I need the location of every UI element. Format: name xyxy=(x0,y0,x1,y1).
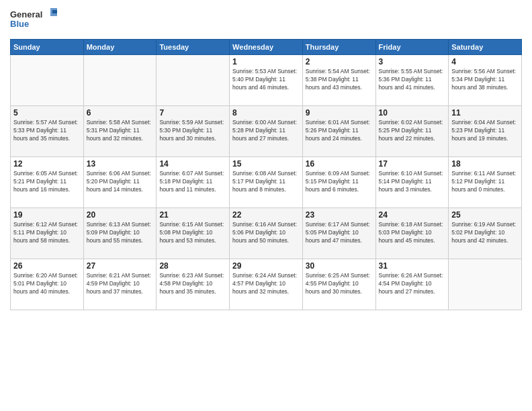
day-cell: 29Sunrise: 6:24 AM Sunset: 4:57 PM Dayli… xyxy=(230,259,303,310)
day-info: Sunrise: 5:59 AM Sunset: 5:30 PM Dayligh… xyxy=(159,119,226,143)
day-info: Sunrise: 6:08 AM Sunset: 5:17 PM Dayligh… xyxy=(232,170,300,194)
day-info: Sunrise: 5:53 AM Sunset: 5:40 PM Dayligh… xyxy=(232,68,300,92)
day-number: 21 xyxy=(159,210,226,220)
day-number: 2 xyxy=(306,57,373,66)
day-cell: 16Sunrise: 6:09 AM Sunset: 5:15 PM Dayli… xyxy=(302,157,375,208)
logo: General Blue xyxy=(10,7,57,34)
day-cell: 11Sunrise: 6:04 AM Sunset: 5:23 PM Dayli… xyxy=(449,106,522,157)
day-info: Sunrise: 6:15 AM Sunset: 5:08 PM Dayligh… xyxy=(159,221,226,245)
day-info: Sunrise: 6:11 AM Sunset: 5:12 PM Dayligh… xyxy=(451,170,519,194)
week-row-4: 26Sunrise: 6:20 AM Sunset: 5:01 PM Dayli… xyxy=(11,259,522,310)
day-cell: 3Sunrise: 5:55 AM Sunset: 5:36 PM Daylig… xyxy=(375,55,449,106)
day-cell: 31Sunrise: 6:26 AM Sunset: 4:54 PM Dayli… xyxy=(375,259,449,310)
day-info: Sunrise: 6:07 AM Sunset: 5:18 PM Dayligh… xyxy=(159,170,226,194)
day-info: Sunrise: 6:05 AM Sunset: 5:21 PM Dayligh… xyxy=(13,170,81,194)
day-info: Sunrise: 6:04 AM Sunset: 5:23 PM Dayligh… xyxy=(451,119,519,143)
day-number: 9 xyxy=(306,108,373,118)
day-cell: 14Sunrise: 6:07 AM Sunset: 5:18 PM Dayli… xyxy=(157,157,230,208)
day-info: Sunrise: 5:57 AM Sunset: 5:33 PM Dayligh… xyxy=(13,119,81,143)
day-cell: 20Sunrise: 6:13 AM Sunset: 5:09 PM Dayli… xyxy=(83,208,157,259)
col-header-thursday: Thursday xyxy=(302,40,375,55)
day-info: Sunrise: 6:02 AM Sunset: 5:25 PM Dayligh… xyxy=(379,119,446,143)
day-cell: 22Sunrise: 6:16 AM Sunset: 5:06 PM Dayli… xyxy=(230,208,303,259)
day-cell: 27Sunrise: 6:21 AM Sunset: 4:59 PM Dayli… xyxy=(83,259,157,310)
day-cell: 5Sunrise: 5:57 AM Sunset: 5:33 PM Daylig… xyxy=(11,106,84,157)
col-header-sunday: Sunday xyxy=(11,40,84,55)
day-info: Sunrise: 5:54 AM Sunset: 5:38 PM Dayligh… xyxy=(306,68,373,92)
day-cell: 7Sunrise: 5:59 AM Sunset: 5:30 PM Daylig… xyxy=(157,106,230,157)
day-number: 8 xyxy=(232,108,300,118)
day-cell: 25Sunrise: 6:19 AM Sunset: 5:02 PM Dayli… xyxy=(449,208,522,259)
day-number: 20 xyxy=(87,210,154,220)
day-number: 16 xyxy=(306,159,373,169)
day-cell xyxy=(449,259,522,310)
day-info: Sunrise: 6:21 AM Sunset: 4:59 PM Dayligh… xyxy=(87,272,154,296)
day-info: Sunrise: 6:01 AM Sunset: 5:26 PM Dayligh… xyxy=(306,119,373,143)
day-info: Sunrise: 6:10 AM Sunset: 5:14 PM Dayligh… xyxy=(379,170,446,194)
day-info: Sunrise: 6:13 AM Sunset: 5:09 PM Dayligh… xyxy=(87,221,154,245)
col-header-wednesday: Wednesday xyxy=(230,40,303,55)
day-number: 6 xyxy=(87,108,154,118)
day-cell: 21Sunrise: 6:15 AM Sunset: 5:08 PM Dayli… xyxy=(157,208,230,259)
calendar-container: General Blue SundayMondayTuesdayWednesda… xyxy=(0,0,532,411)
day-info: Sunrise: 5:56 AM Sunset: 5:34 PM Dayligh… xyxy=(451,68,519,92)
day-cell xyxy=(83,55,157,106)
day-cell: 6Sunrise: 5:58 AM Sunset: 5:31 PM Daylig… xyxy=(83,106,157,157)
day-number: 5 xyxy=(13,108,81,118)
day-info: Sunrise: 5:55 AM Sunset: 5:36 PM Dayligh… xyxy=(379,68,446,92)
day-info: Sunrise: 6:19 AM Sunset: 5:02 PM Dayligh… xyxy=(451,221,519,245)
col-header-monday: Monday xyxy=(83,40,157,55)
day-number: 4 xyxy=(451,57,519,66)
svg-text:Blue: Blue xyxy=(10,19,29,29)
day-number: 14 xyxy=(159,159,226,169)
col-header-tuesday: Tuesday xyxy=(157,40,230,55)
day-info: Sunrise: 6:25 AM Sunset: 4:55 PM Dayligh… xyxy=(306,272,373,296)
day-number: 17 xyxy=(379,159,446,169)
day-info: Sunrise: 6:06 AM Sunset: 5:20 PM Dayligh… xyxy=(87,170,154,194)
day-number: 27 xyxy=(87,261,154,271)
day-number: 10 xyxy=(379,108,446,118)
day-cell: 15Sunrise: 6:08 AM Sunset: 5:17 PM Dayli… xyxy=(230,157,303,208)
day-info: Sunrise: 6:16 AM Sunset: 5:06 PM Dayligh… xyxy=(232,221,300,245)
day-cell: 2Sunrise: 5:54 AM Sunset: 5:38 PM Daylig… xyxy=(302,55,375,106)
day-info: Sunrise: 6:17 AM Sunset: 5:05 PM Dayligh… xyxy=(306,221,373,245)
day-cell: 8Sunrise: 6:00 AM Sunset: 5:28 PM Daylig… xyxy=(230,106,303,157)
week-row-0: 1Sunrise: 5:53 AM Sunset: 5:40 PM Daylig… xyxy=(11,55,522,106)
day-info: Sunrise: 6:23 AM Sunset: 4:58 PM Dayligh… xyxy=(159,272,226,296)
day-number: 26 xyxy=(13,261,81,271)
day-number: 18 xyxy=(451,159,519,169)
day-info: Sunrise: 6:00 AM Sunset: 5:28 PM Dayligh… xyxy=(232,119,300,143)
day-number: 28 xyxy=(159,261,226,271)
col-header-friday: Friday xyxy=(375,40,449,55)
day-number: 30 xyxy=(306,261,373,271)
day-info: Sunrise: 6:20 AM Sunset: 5:01 PM Dayligh… xyxy=(13,272,81,296)
day-number: 11 xyxy=(451,108,519,118)
week-row-2: 12Sunrise: 6:05 AM Sunset: 5:21 PM Dayli… xyxy=(11,157,522,208)
day-cell: 24Sunrise: 6:18 AM Sunset: 5:03 PM Dayli… xyxy=(375,208,449,259)
logo-svg: General Blue xyxy=(10,7,57,34)
col-header-saturday: Saturday xyxy=(449,40,522,55)
day-cell: 10Sunrise: 6:02 AM Sunset: 5:25 PM Dayli… xyxy=(375,106,449,157)
svg-marker-3 xyxy=(52,10,57,13)
day-cell: 17Sunrise: 6:10 AM Sunset: 5:14 PM Dayli… xyxy=(375,157,449,208)
day-cell: 4Sunrise: 5:56 AM Sunset: 5:34 PM Daylig… xyxy=(449,55,522,106)
day-info: Sunrise: 6:12 AM Sunset: 5:11 PM Dayligh… xyxy=(13,221,81,245)
day-info: Sunrise: 5:58 AM Sunset: 5:31 PM Dayligh… xyxy=(87,119,154,143)
day-cell xyxy=(157,55,230,106)
day-number: 24 xyxy=(379,210,446,220)
day-cell: 28Sunrise: 6:23 AM Sunset: 4:58 PM Dayli… xyxy=(157,259,230,310)
week-row-3: 19Sunrise: 6:12 AM Sunset: 5:11 PM Dayli… xyxy=(11,208,522,259)
day-info: Sunrise: 6:26 AM Sunset: 4:54 PM Dayligh… xyxy=(379,272,446,296)
day-cell: 23Sunrise: 6:17 AM Sunset: 5:05 PM Dayli… xyxy=(302,208,375,259)
day-number: 7 xyxy=(159,108,226,118)
day-number: 13 xyxy=(87,159,154,169)
day-cell: 26Sunrise: 6:20 AM Sunset: 5:01 PM Dayli… xyxy=(11,259,84,310)
header-row: SundayMondayTuesdayWednesdayThursdayFrid… xyxy=(11,40,522,55)
day-cell xyxy=(11,55,84,106)
day-cell: 9Sunrise: 6:01 AM Sunset: 5:26 PM Daylig… xyxy=(302,106,375,157)
day-number: 19 xyxy=(13,210,81,220)
day-info: Sunrise: 6:18 AM Sunset: 5:03 PM Dayligh… xyxy=(379,221,446,245)
day-info: Sunrise: 6:09 AM Sunset: 5:15 PM Dayligh… xyxy=(306,170,373,194)
day-number: 3 xyxy=(379,57,446,66)
day-number: 1 xyxy=(232,57,300,66)
